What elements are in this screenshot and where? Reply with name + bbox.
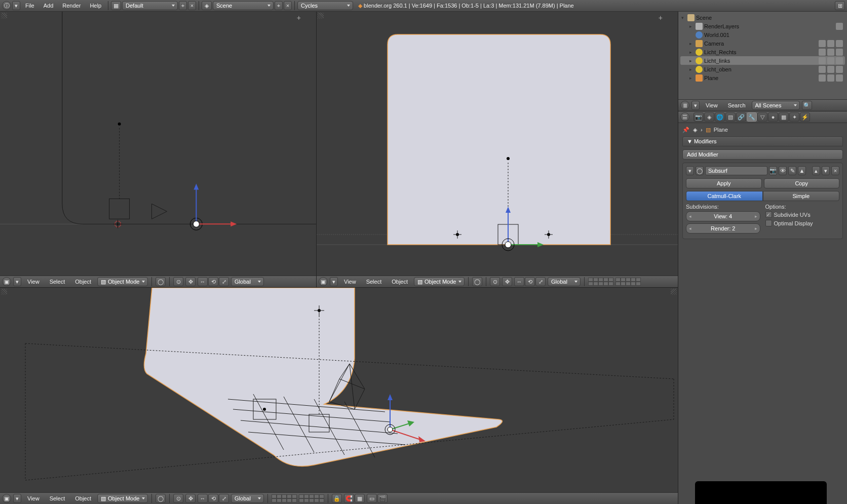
tab-physics[interactable]: ⚡: [800, 112, 810, 122]
optimal-display-checkbox[interactable]: Optimal Display: [765, 220, 840, 226]
mode-dropdown[interactable]: ▧Object Mode: [97, 277, 148, 286]
render-preview-icon[interactable]: ▭: [367, 494, 377, 503]
viewport-front[interactable]: + ▣ ▾ View: [317, 12, 678, 288]
mode-dropdown[interactable]: ▧Object Mode: [97, 494, 148, 503]
search-icon[interactable]: 🔍: [802, 101, 812, 110]
render-icon[interactable]: [836, 66, 843, 73]
editor-type-3dview-icon[interactable]: ▣: [2, 494, 11, 503]
render-icon[interactable]: [836, 40, 843, 47]
menu-view[interactable]: View: [23, 495, 44, 501]
outliner-item-licht-rechts[interactable]: ▸Licht_Rechts: [680, 48, 845, 56]
tab-texture[interactable]: ▩: [779, 112, 789, 122]
eye-icon[interactable]: [819, 49, 826, 56]
editor-type-outliner-icon[interactable]: ≣: [680, 101, 689, 110]
render-engine-dropdown[interactable]: Cycles: [297, 1, 353, 10]
add-layout-button[interactable]: +: [179, 1, 187, 10]
orientation-dropdown[interactable]: Global: [231, 277, 264, 286]
mod-editmode-toggle[interactable]: ✎: [788, 166, 796, 175]
editor-type-info-icon[interactable]: ⓘ: [2, 1, 11, 10]
screen-browse-icon[interactable]: ▦: [111, 1, 121, 10]
eye-icon[interactable]: [819, 57, 826, 64]
tab-world[interactable]: 🌐: [715, 112, 725, 122]
tab-material[interactable]: ●: [768, 112, 778, 122]
menu-view[interactable]: View: [23, 279, 44, 285]
outliner-item-plane[interactable]: ▸Plane: [680, 73, 845, 82]
menu-object[interactable]: Object: [388, 279, 412, 285]
cursor-icon[interactable]: [827, 40, 834, 47]
collapse-menus-icon[interactable]: ▾: [691, 101, 700, 110]
mod-realtime-toggle[interactable]: 👁: [779, 166, 787, 175]
pivot-dropdown[interactable]: ⊙: [173, 494, 183, 503]
orientation-dropdown[interactable]: Global: [548, 277, 581, 286]
menu-object[interactable]: Object: [71, 279, 95, 285]
mod-render-toggle[interactable]: 📷: [769, 166, 777, 175]
scene-dropdown[interactable]: Scene: [213, 1, 274, 10]
layer-buttons[interactable]: [588, 278, 641, 286]
modifiers-panel-header[interactable]: ▼ Modifiers: [682, 136, 843, 146]
pin-icon[interactable]: [836, 23, 843, 30]
menu-help[interactable]: Help: [86, 3, 105, 9]
collapse-menus-icon[interactable]: ▾: [330, 277, 338, 286]
tab-object[interactable]: ▧: [725, 112, 736, 122]
layer-buttons[interactable]: [272, 494, 324, 502]
mod-move-down-button[interactable]: ▾: [822, 166, 830, 175]
eye-icon[interactable]: [819, 40, 826, 47]
manipulator-translate[interactable]: ↔: [514, 277, 524, 286]
manipulator-toggle[interactable]: ✥: [502, 277, 512, 286]
outliner-world-row[interactable]: World.001: [680, 30, 845, 39]
manipulator-scale[interactable]: ⤢: [535, 277, 546, 286]
view-subdivisions-field[interactable]: View: 4: [686, 211, 760, 221]
tab-particles[interactable]: ✦: [789, 112, 799, 122]
manipulator-translate[interactable]: ↔: [198, 277, 208, 286]
mod-delete-button[interactable]: ×: [831, 166, 839, 175]
collapse-menus-icon[interactable]: ▾: [12, 1, 20, 10]
manipulator-toggle[interactable]: ✥: [185, 494, 196, 503]
outliner-item-camera[interactable]: ▸Camera: [680, 39, 845, 48]
outliner-renderlayers-row[interactable]: ▸RenderLayers: [680, 22, 845, 30]
manipulator-scale[interactable]: ⤢: [219, 277, 229, 286]
render-icon[interactable]: [836, 57, 843, 64]
pin-icon[interactable]: 📌: [682, 126, 689, 133]
menu-select[interactable]: Select: [362, 279, 386, 285]
manipulator-rotate[interactable]: ⟲: [208, 494, 218, 503]
mod-move-up-button[interactable]: ▴: [812, 166, 820, 175]
render-anim-icon[interactable]: 🎬: [377, 494, 388, 503]
apply-button[interactable]: Apply: [686, 178, 762, 188]
outliner-item-licht-oben[interactable]: ▸Licht_oben: [680, 65, 845, 73]
outliner-item-licht-links[interactable]: ▸Licht_links: [680, 56, 845, 65]
delete-scene-button[interactable]: ×: [284, 1, 292, 10]
menu-add[interactable]: Add: [40, 3, 58, 9]
render-subdivisions-field[interactable]: Render: 2: [686, 223, 760, 234]
mod-cage-toggle[interactable]: ▲: [798, 166, 806, 175]
eye-icon[interactable]: [819, 66, 826, 73]
menu-object[interactable]: Object: [71, 495, 95, 501]
menu-select[interactable]: Select: [46, 279, 69, 285]
collapse-menus-icon[interactable]: ▾: [13, 277, 21, 286]
tab-render[interactable]: 📷: [694, 112, 704, 122]
manipulator-translate[interactable]: ↔: [198, 494, 208, 503]
tab-constraints[interactable]: 🔗: [736, 112, 746, 122]
screen-layout-dropdown[interactable]: Default: [122, 1, 178, 10]
add-scene-button[interactable]: +: [275, 1, 283, 10]
collapse-menus-icon[interactable]: ▾: [13, 494, 21, 503]
snap-toggle[interactable]: 🧲: [344, 494, 354, 503]
editor-type-3dview-icon[interactable]: ▣: [319, 277, 328, 286]
subdiv-simple[interactable]: Simple: [763, 191, 840, 201]
modifier-expand-icon[interactable]: ▾: [686, 166, 694, 175]
tab-scene[interactable]: ◈: [704, 112, 714, 122]
viewport-perspective[interactable]: ▣ ▾ View Select Object ▧Object Mode ◯ ⊙ …: [0, 288, 678, 504]
outliner-filter-dropdown[interactable]: All Scenes: [752, 101, 800, 110]
menu-file[interactable]: File: [21, 3, 38, 9]
orientation-dropdown[interactable]: Global: [231, 494, 264, 503]
menu-select[interactable]: Select: [46, 495, 69, 501]
pivot-dropdown[interactable]: ⊙: [173, 277, 183, 286]
menu-render[interactable]: Render: [58, 3, 85, 9]
manipulator-toggle[interactable]: ✥: [185, 277, 196, 286]
render-icon[interactable]: [836, 74, 843, 82]
delete-layout-button[interactable]: ×: [188, 1, 196, 10]
cursor-icon[interactable]: [827, 66, 834, 73]
back-to-previous-icon[interactable]: ⊞: [835, 1, 845, 10]
render-icon[interactable]: [836, 49, 843, 56]
shading-dropdown[interactable]: ◯: [156, 494, 166, 503]
subdiv-catmull-clark[interactable]: Catmull-Clark: [686, 191, 763, 201]
